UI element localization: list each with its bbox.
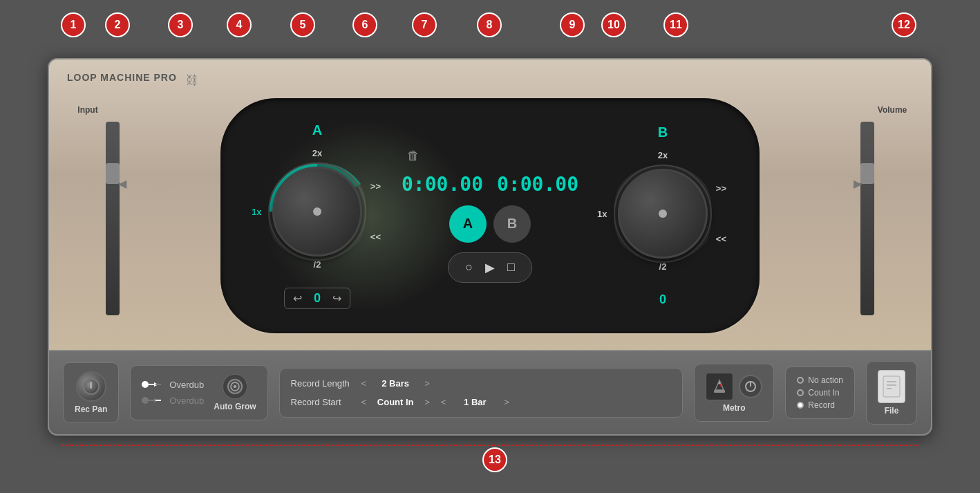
no-action-section: No action Count In Record bbox=[797, 375, 843, 410]
input-slider-handle[interactable] bbox=[106, 163, 120, 184]
play-button[interactable]: ▶ bbox=[481, 259, 499, 277]
record-button[interactable]: ○ bbox=[461, 259, 477, 276]
power-button[interactable] bbox=[739, 375, 762, 398]
overdub-label-1: Overdub bbox=[169, 380, 204, 390]
record-length-prev[interactable]: < bbox=[359, 377, 370, 390]
badge-6: 6 bbox=[352, 12, 377, 37]
record-length-label: Record Length bbox=[291, 378, 353, 389]
overdub-row-1: Overdub bbox=[142, 380, 204, 390]
badge-2: 2 bbox=[105, 12, 130, 37]
knob-b-2x: 2x bbox=[658, 150, 668, 160]
file-button[interactable] bbox=[878, 370, 905, 403]
count-in-radio[interactable] bbox=[797, 389, 804, 396]
input-slider[interactable] bbox=[106, 122, 120, 315]
bottom-section: Rec Pan Overdub bbox=[49, 350, 931, 434]
no-action-row: No action bbox=[797, 375, 843, 385]
record-start-label: Record Start bbox=[291, 397, 353, 407]
badge-8: 8 bbox=[477, 12, 502, 37]
auto-grow-section: Auto Grow bbox=[214, 374, 256, 411]
record-start-next2[interactable]: > bbox=[501, 396, 512, 409]
link-icon[interactable]: ⛓ bbox=[186, 73, 198, 88]
badge-7: 7 bbox=[412, 12, 437, 37]
knob-a-counter: 0 bbox=[309, 291, 326, 306]
time-display: 0:00.00 0:00.00 bbox=[402, 173, 578, 196]
file-panel: File bbox=[866, 361, 917, 425]
right-arrow-icon[interactable]: ▶ bbox=[854, 177, 862, 190]
record-start-prev1[interactable]: < bbox=[359, 396, 370, 409]
time-b: 0:00.00 bbox=[497, 173, 578, 196]
volume-slider[interactable] bbox=[860, 122, 874, 315]
center-display: 🗑 0:00.00 0:00.00 A B ○ bbox=[386, 149, 594, 283]
volume-label: Volume bbox=[878, 105, 907, 115]
knob-a-dot bbox=[313, 207, 321, 216]
file-icon bbox=[882, 375, 901, 398]
plugin-body: LOOP MACHINE PRO ⛓ Input ◀ Volume ▶ bbox=[48, 58, 932, 436]
ab-button-a[interactable]: A bbox=[449, 205, 487, 243]
knob-a-speed-ring: 2x 1x /2 >> << bbox=[248, 142, 386, 281]
no-action-radio[interactable] bbox=[797, 377, 804, 384]
record-radio[interactable] bbox=[797, 402, 804, 409]
knob-b-half: /2 bbox=[659, 261, 667, 272]
left-arrow-icon[interactable]: ◀ bbox=[118, 177, 126, 190]
auto-grow-label: Auto Grow bbox=[214, 402, 256, 411]
record-length-next[interactable]: > bbox=[422, 377, 433, 390]
knob-a-inner[interactable] bbox=[272, 167, 362, 257]
knob-b-speed-ring: 2x 1x /2 >> << bbox=[594, 145, 732, 283]
count-in-label: Count In bbox=[808, 388, 839, 398]
volume-slider-handle[interactable] bbox=[860, 163, 874, 184]
record-length-value: 2 Bars bbox=[375, 378, 416, 389]
knob-a-1x: 1x bbox=[252, 206, 261, 216]
undo-button[interactable]: ↩ bbox=[293, 292, 302, 305]
mode-section: Overdub Overdub bbox=[142, 380, 204, 406]
metro-icon bbox=[712, 379, 727, 394]
knob-a-rew: << bbox=[370, 232, 381, 242]
knob-b-area: B bbox=[594, 124, 732, 307]
rec-pan-label: Rec Pan bbox=[75, 404, 107, 414]
file-section: File bbox=[878, 370, 905, 416]
record-length-row: Record Length < 2 Bars > bbox=[291, 377, 672, 390]
knob-a-area: A bbox=[248, 122, 386, 309]
input-label: Input bbox=[77, 105, 97, 115]
metro-label: Metro bbox=[723, 403, 746, 413]
record-start-next1[interactable]: > bbox=[422, 396, 433, 409]
knob-a-undo-redo: ↩ 0 ↪ bbox=[284, 288, 350, 309]
svg-rect-21 bbox=[883, 376, 900, 397]
overdub-panel: Overdub Overdub bbox=[130, 365, 267, 420]
badge-11: 11 bbox=[663, 12, 688, 37]
auto-grow-icon[interactable] bbox=[223, 374, 247, 399]
rec-pan-knob[interactable] bbox=[76, 371, 106, 402]
time-a: 0:00.00 bbox=[402, 173, 483, 196]
badge-9: 9 bbox=[560, 12, 585, 37]
overdub-icon-2 bbox=[142, 396, 162, 405]
record-start-value1: Count In bbox=[375, 397, 416, 407]
knob-a-label: A bbox=[312, 122, 322, 138]
ab-buttons: A B bbox=[449, 205, 531, 243]
badge-1: 1 bbox=[61, 12, 86, 37]
knob-b-dot bbox=[659, 210, 667, 218]
knob-b-counter: 0 bbox=[659, 292, 666, 307]
ab-button-b[interactable]: B bbox=[493, 205, 531, 243]
oval-display: A bbox=[220, 98, 760, 333]
trash-icon[interactable]: 🗑 bbox=[407, 149, 420, 163]
redo-button[interactable]: ↪ bbox=[332, 292, 341, 305]
plugin-title: LOOP MACHINE PRO bbox=[67, 72, 177, 83]
stop-button[interactable]: □ bbox=[503, 259, 519, 276]
oval-display-wrapper: A bbox=[63, 98, 917, 333]
count-in-row: Count In bbox=[797, 388, 843, 398]
record-start-row: Record Start < Count In > < 1 Bar > bbox=[291, 396, 672, 409]
overdub-row-2: Overdub bbox=[142, 396, 204, 406]
knob-a-2x: 2x bbox=[312, 148, 322, 158]
outer-wrapper: 1 2 3 4 5 6 7 8 9 10 11 12 13 LOOP MACHI… bbox=[0, 0, 980, 493]
no-action-panel: No action Count In Record bbox=[785, 366, 855, 419]
rec-pan-section: Rec Pan bbox=[75, 371, 107, 414]
auto-grow-svg bbox=[227, 378, 243, 395]
overdub-icon-1 bbox=[142, 380, 162, 389]
svg-point-8 bbox=[142, 397, 149, 404]
svg-point-4 bbox=[142, 381, 149, 388]
metro-button[interactable] bbox=[706, 373, 733, 400]
knob-b-inner[interactable] bbox=[618, 169, 708, 259]
knob-b-rew: << bbox=[716, 234, 726, 244]
svg-marker-16 bbox=[715, 380, 724, 390]
record-radio-label: Record bbox=[808, 400, 835, 410]
record-start-prev2[interactable]: < bbox=[438, 396, 449, 409]
